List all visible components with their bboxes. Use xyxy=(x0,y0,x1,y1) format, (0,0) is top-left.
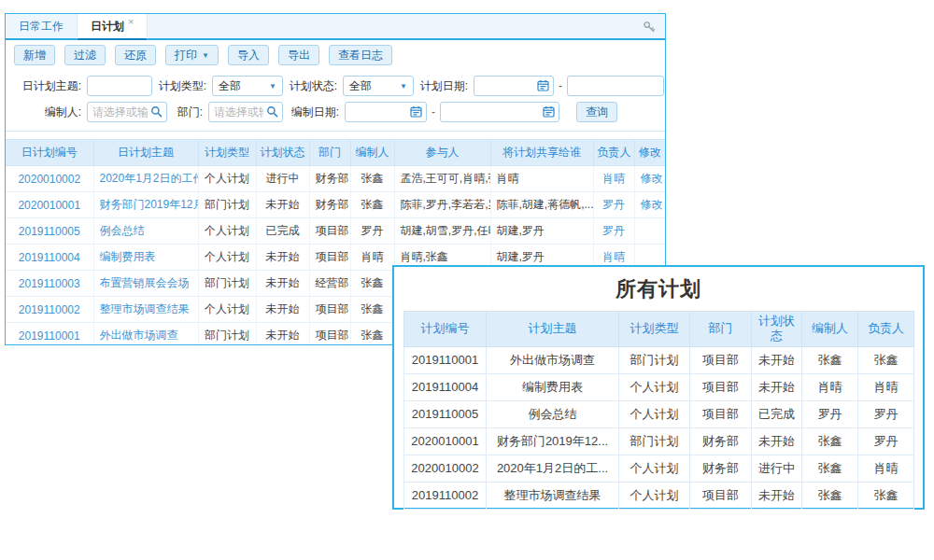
compiler-cell: 张鑫 xyxy=(350,297,394,323)
col-plan-type[interactable]: 计划类型 xyxy=(198,140,256,166)
plan-type-cell: 部门计划 xyxy=(198,323,256,346)
share-with-cell: 肖晴 xyxy=(490,166,593,192)
dept-cell: 项目部 xyxy=(309,323,350,346)
plan-subject-link[interactable]: 外出做市场调查 xyxy=(100,329,178,342)
plan-status-select[interactable]: 全部 ▼ xyxy=(343,76,414,96)
owner-cell: 罗丹 xyxy=(858,427,914,455)
col-dept: 部门 xyxy=(690,312,752,347)
import-button-label: 导入 xyxy=(237,48,260,63)
col-plan-id: 计划编号 xyxy=(404,312,487,347)
col-compiler[interactable]: 编制人 xyxy=(350,140,394,166)
plan-type-value: 全部 xyxy=(219,78,241,94)
import-button[interactable]: 导入 xyxy=(228,45,269,65)
plan-subject-link[interactable]: 财务部门2019年12月的... xyxy=(100,198,199,211)
dept-cell: 项目部 xyxy=(690,373,752,400)
export-button-label: 导出 xyxy=(288,48,310,63)
toolbar: 新增 过滤 还原 打印 ▼ 导入 导出 查看日志 xyxy=(6,40,665,70)
add-button[interactable]: 新增 xyxy=(14,45,55,65)
col-owner[interactable]: 负责人 xyxy=(593,140,634,166)
print-button[interactable]: 打印 ▼ xyxy=(165,45,219,65)
col-plan-subject[interactable]: 日计划主题 xyxy=(93,140,198,166)
table-row: 2019110002 整理市场调查结果 个人计划 项目部 未开始 张鑫 张鑫 xyxy=(404,482,914,509)
plan-subject-link[interactable]: 编制费用表 xyxy=(100,250,156,263)
plan-subject-link[interactable]: 例会总结 xyxy=(100,224,145,237)
col-modify[interactable]: 修改 xyxy=(634,140,665,166)
compiler-cell: 罗丹 xyxy=(350,218,394,245)
tab-label: 日计划 xyxy=(91,19,124,35)
dept-cell: 项目部 xyxy=(309,297,350,323)
col-dept[interactable]: 部门 xyxy=(309,140,350,166)
export-button[interactable]: 导出 xyxy=(278,45,319,65)
restore-button[interactable]: 还原 xyxy=(115,45,156,65)
owner-link[interactable]: 罗丹 xyxy=(602,198,625,211)
filter-row-2: 编制人: 部门: 编 xyxy=(14,102,657,122)
modify-link[interactable]: 修改 xyxy=(641,172,663,185)
tab-daily-plan[interactable]: 日计划 × xyxy=(77,14,148,40)
tab-daily-work[interactable]: 日常工作 xyxy=(6,14,77,38)
plan-id-link[interactable]: 2019110001 xyxy=(19,329,80,343)
key-icon[interactable] xyxy=(641,19,658,35)
plan-id-link[interactable]: 2019110002 xyxy=(19,303,80,316)
plan-status-cell: 未开始 xyxy=(256,245,309,271)
dept-cell: 财务部 xyxy=(690,427,752,455)
table-row: 2019110005 例会总结 个人计划 已完成 项目部 罗丹 胡建,胡雪,罗丹… xyxy=(6,218,665,245)
search-icon[interactable] xyxy=(149,105,163,119)
plan-type-select[interactable]: 全部 ▼ xyxy=(212,76,283,96)
col-compiler: 编制人 xyxy=(802,312,858,347)
compiler-cell: 张鑫 xyxy=(802,427,858,455)
plan-id-link[interactable]: 2019110003 xyxy=(19,277,80,290)
plan-id-cell: 2020010001 xyxy=(404,427,487,455)
view-log-button[interactable]: 查看日志 xyxy=(329,45,392,65)
plan-type-cell: 个人计划 xyxy=(619,400,690,427)
plan-type-cell: 个人计划 xyxy=(619,482,690,509)
plan-type-cell: 个人计划 xyxy=(198,218,256,245)
compiler-cell: 张鑫 xyxy=(350,323,394,346)
filter-button-label: 过滤 xyxy=(74,48,96,63)
owner-link[interactable]: 罗丹 xyxy=(602,224,625,237)
plan-subject-cell: 例会总结 xyxy=(487,400,619,427)
plan-subject-link[interactable]: 2020年1月2日的工作日... xyxy=(100,172,199,185)
calendar-icon[interactable] xyxy=(409,105,423,119)
col-plan-status[interactable]: 计划状态 xyxy=(256,140,309,166)
search-button[interactable]: 查询 xyxy=(576,102,617,122)
print-button-label: 打印 xyxy=(175,48,197,63)
plan-id-link[interactable]: 2020010001 xyxy=(18,199,80,212)
col-participants[interactable]: 参与人 xyxy=(394,140,490,166)
plan-type-cell: 部门计划 xyxy=(198,271,256,297)
plan-status-cell: 进行中 xyxy=(752,455,802,482)
plan-id-link[interactable]: 2019110004 xyxy=(19,251,80,264)
compiler-cell: 罗丹 xyxy=(802,400,858,427)
owner-cell: 张鑫 xyxy=(858,346,914,373)
plan-status-cell: 进行中 xyxy=(256,166,309,192)
plan-date-end-input[interactable] xyxy=(567,76,664,96)
plan-subject-link[interactable]: 布置营销展会会场 xyxy=(100,276,190,289)
col-plan-subject: 计划主题 xyxy=(487,312,619,347)
plan-status-value: 全部 xyxy=(349,78,372,94)
view-log-button-label: 查看日志 xyxy=(338,48,383,63)
col-plan-id[interactable]: 日计划编号 xyxy=(6,140,93,166)
subject-input[interactable] xyxy=(87,76,152,96)
col-plan-type: 计划类型 xyxy=(619,312,690,347)
all-plans-title: 所有计划 xyxy=(403,267,913,311)
search-icon[interactable] xyxy=(265,105,279,119)
table-header-row: 计划编号 计划主题 计划类型 部门 计划状态 编制人 负责人 xyxy=(404,312,914,347)
calendar-icon[interactable] xyxy=(536,78,550,92)
table-row: 2019110005 例会总结 个人计划 项目部 已完成 罗丹 罗丹 xyxy=(404,400,914,427)
modify-link[interactable]: 修改 xyxy=(641,198,663,211)
plan-subject-link[interactable]: 整理市场调查结果 xyxy=(100,302,190,315)
table-row: 2020010002 2020年1月2日的工... 个人计划 财务部 进行中 张… xyxy=(404,455,914,482)
plan-id-link[interactable]: 2020010002 xyxy=(18,173,80,186)
plan-id-link[interactable]: 2019110005 xyxy=(19,225,80,238)
col-share-with[interactable]: 将计划共享给谁 xyxy=(490,140,593,166)
all-plans-panel: 所有计划 计划编号 计划主题 计划类型 部门 计划状态 编制人 负责人 2019… xyxy=(392,265,925,510)
compiler-cell: 张鑫 xyxy=(350,166,394,192)
calendar-icon[interactable] xyxy=(542,105,556,119)
owner-link[interactable]: 肖晴 xyxy=(602,172,625,185)
tab-close-icon[interactable]: × xyxy=(128,16,134,27)
owner-link[interactable]: 肖晴 xyxy=(602,250,625,263)
compiler-cell: 张鑫 xyxy=(802,482,858,509)
owner-cell: 肖晴 xyxy=(858,455,914,482)
dept-cell: 经营部 xyxy=(309,271,350,297)
dept-cell: 项目部 xyxy=(309,245,350,271)
filter-button[interactable]: 过滤 xyxy=(64,45,106,65)
